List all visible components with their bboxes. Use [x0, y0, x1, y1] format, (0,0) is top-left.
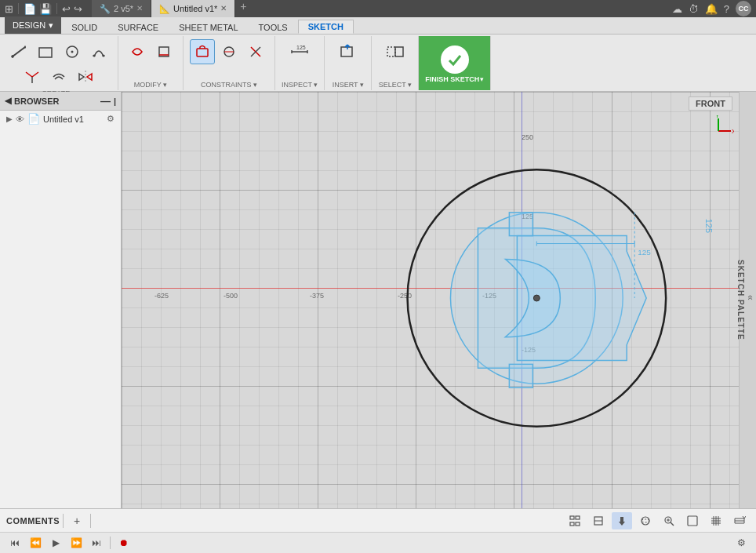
redo-icon[interactable]: ↪ [74, 3, 82, 15]
display-mode-btn[interactable] [682, 512, 703, 529]
svg-line-5 [32, 72, 38, 77]
svg-rect-28 [509, 364, 532, 387]
bell-icon[interactable]: 🔔 [705, 3, 718, 15]
fit-selection-btn[interactable] [588, 512, 609, 529]
file-icon[interactable]: 📄 [24, 3, 36, 15]
tab-add-btn[interactable]: + [235, 0, 251, 17]
line-tool-btn[interactable] [6, 39, 31, 64]
grid-snap-btn[interactable] [706, 512, 726, 529]
cloud-icon[interactable]: ☁ [672, 3, 682, 15]
svg-text:125: 125 [296, 45, 306, 50]
svg-point-47 [642, 519, 649, 522]
tab-file2[interactable]: 📐 Untitled v1* ✕ [151, 0, 235, 17]
mirror-tool-btn[interactable] [73, 64, 98, 89]
help-icon[interactable]: ? [724, 3, 729, 15]
tab-tools[interactable]: TOOLS [249, 20, 298, 34]
ribbon-section-create: CREATE ▾ [0, 36, 118, 90]
select-btn[interactable] [383, 39, 408, 64]
play-btn[interactable]: ▶ [47, 534, 64, 551]
ribbon-section-select: SELECT ▾ [372, 36, 419, 90]
status-bar: COMMENTS + [0, 508, 756, 532]
ribbon-section-finish[interactable]: FINISH SKETCH ▾ [419, 36, 491, 90]
tab-sketch[interactable]: SKETCH [298, 20, 354, 34]
sketch-palette-panel[interactable]: « SKETCH PALETTE [739, 92, 756, 508]
tab1-icon: 🔧 [100, 0, 111, 17]
browser-collapse-icon[interactable]: ◀ [5, 96, 11, 106]
undo-icon[interactable]: ↩ [62, 3, 71, 15]
tab-surface[interactable]: SURFACE [107, 20, 169, 34]
sketch-palette-arrow-icon[interactable]: « [745, 295, 756, 300]
add-comment-btn[interactable]: + [67, 512, 87, 529]
ribbon-tab-bar: DESIGN ▾ SOLID SURFACE SHEET METAL TOOLS… [0, 17, 756, 35]
constraints-btn3[interactable] [243, 39, 268, 64]
svg-text:Y: Y [715, 115, 720, 119]
main-area: ◀ BROWSER — | ▶ 👁 📄 Untitled v1 ⚙ -625 -… [0, 92, 756, 508]
axis-indicator: X Y [703, 115, 734, 147]
browser-eye-icon[interactable]: 👁 [16, 115, 24, 124]
go-first-btn[interactable]: ⏮ [6, 534, 24, 551]
canvas-area[interactable]: -625 -500 -375 -250 -125 250 125 -125 [122, 92, 756, 508]
svg-rect-19 [341, 47, 352, 56]
status-sep2 [90, 514, 91, 528]
rect-tool-group [33, 39, 58, 64]
browser-item-untitled[interactable]: ▶ 👁 📄 Untitled v1 ⚙ [0, 111, 121, 127]
offset-tool-btn[interactable] [46, 64, 71, 89]
step-back-btn[interactable]: ⏪ [27, 534, 44, 551]
settings-btn[interactable]: ⚙ [732, 534, 750, 551]
status-right-tools [565, 512, 750, 529]
go-last-btn[interactable]: ⏭ [88, 534, 105, 551]
tab2-close[interactable]: ✕ [220, 0, 227, 17]
browser-item-chevron: ▶ [6, 115, 13, 123]
design-dropdown[interactable]: DESIGN ▾ [5, 16, 61, 34]
modify-tools [125, 39, 176, 64]
viewport-label: FRONT [689, 96, 732, 111]
tab-sheet-metal[interactable]: SHEET METAL [169, 20, 248, 34]
svg-point-3 [71, 51, 74, 53]
constraints-active-btn[interactable] [190, 39, 215, 64]
circle-tool-btn[interactable] [60, 39, 85, 64]
svg-rect-52 [688, 516, 697, 526]
ribbon-section-insert: INSERT ▾ [325, 36, 372, 90]
select-chevron-icon: ▾ [408, 81, 412, 89]
avatar[interactable]: CC [736, 1, 751, 16]
trim-tool-btn[interactable] [20, 64, 45, 89]
pan-tool-btn[interactable] [612, 512, 632, 529]
tab-area: 🔧 2 v5* ✕ 📐 Untitled v1* ✕ + [92, 0, 252, 17]
arc-tool-btn[interactable] [86, 39, 111, 64]
insert-label: INSERT ▾ [333, 81, 364, 89]
orbit-btn[interactable] [635, 512, 656, 529]
constraints-btn2[interactable] [216, 39, 242, 64]
modify-btn2[interactable] [151, 39, 176, 64]
zoom-btn[interactable] [659, 512, 679, 529]
fit-all-btn[interactable] [565, 512, 585, 529]
finish-check-icon [441, 45, 469, 74]
modify-label: MODIFY ▾ [134, 81, 167, 89]
modify-btn1[interactable] [125, 39, 150, 64]
browser-minus-icon[interactable]: — [100, 95, 111, 107]
comments-label: COMMENTS [6, 516, 60, 526]
svg-text:X: X [732, 128, 734, 135]
browser-divider-icon[interactable]: | [114, 96, 116, 106]
save-icon[interactable]: 💾 [39, 3, 52, 15]
inspect-btn[interactable]: 125 [287, 39, 312, 64]
top-bar-right: ☁ ⏱ 🔔 ? CC [672, 1, 751, 16]
tab-solid[interactable]: SOLID [61, 20, 107, 34]
app-grid-icon[interactable]: ⊞ [5, 3, 13, 15]
tab1-close[interactable]: ✕ [136, 0, 143, 17]
ribbon-section-constraints: CONSTRAINTS ▾ [184, 36, 275, 90]
record-btn[interactable]: ⏺ [115, 534, 133, 551]
svg-rect-1 [39, 48, 52, 57]
arc-tool-group [86, 39, 111, 64]
constraints-tools [190, 39, 268, 64]
ribbon-section-modify: MODIFY ▾ [118, 36, 184, 90]
view-options-btn[interactable] [729, 512, 750, 529]
tab-file1[interactable]: 🔧 2 v5* ✕ [92, 0, 151, 17]
timer-icon[interactable]: ⏱ [689, 3, 699, 15]
svg-line-49 [671, 522, 674, 526]
rect-tool-btn[interactable] [33, 39, 58, 64]
svg-text:125: 125 [704, 219, 714, 233]
browser-settings-icon[interactable]: ⚙ [107, 114, 114, 124]
step-forward-btn[interactable]: ⏩ [67, 534, 85, 551]
insert-btn[interactable] [336, 39, 361, 64]
sketch-svg: 125 125 [122, 92, 756, 508]
